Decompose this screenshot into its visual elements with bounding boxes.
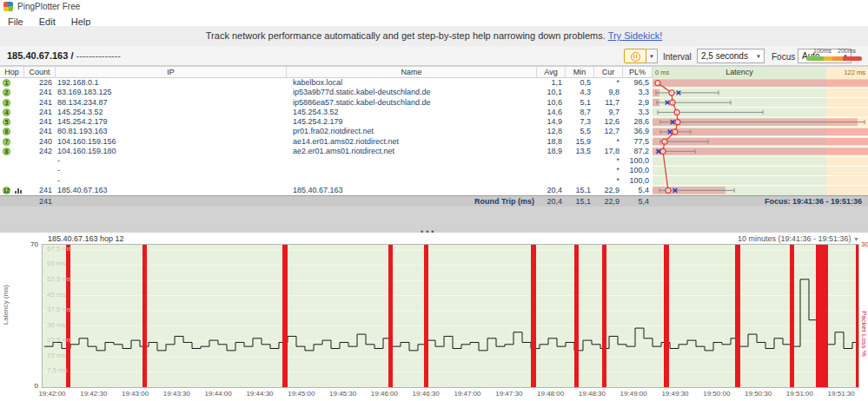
header-hop[interactable]: Hop <box>0 67 24 78</box>
app-icon <box>3 2 13 11</box>
header-latency[interactable]: 0 ms Latency 122 ms <box>653 67 868 78</box>
header-count[interactable]: Count <box>24 67 56 78</box>
cell-name: ae2.er01.ams01.riotdirect.net <box>293 147 534 156</box>
x-axis-tick-label: 19:42:00 <box>33 390 71 398</box>
x-axis-tick-label: 19:43:00 <box>116 390 155 398</box>
latency-graph-column[interactable] <box>653 78 868 195</box>
hop-badge: 4 <box>3 108 10 116</box>
cell-ip: - <box>57 156 283 166</box>
cell-min: 4,3 <box>566 88 591 97</box>
cell-name <box>293 166 534 175</box>
cell-count <box>24 176 52 186</box>
gridline-label: 22,5 ms <box>47 336 71 344</box>
cell-cur: 9,7 <box>594 108 620 117</box>
cell-min: 15,9 <box>566 137 591 147</box>
table-row[interactable]: -*100,0 <box>0 176 653 186</box>
cell-count <box>24 156 52 166</box>
cell-avg: 14,9 <box>537 117 562 127</box>
x-axis-tick-label: 19:48:00 <box>532 390 570 398</box>
cell-ip: 104.160.159.180 <box>57 147 283 156</box>
cell-ip: 145.254.3.52 <box>57 108 283 117</box>
x-axis-tick-label: 19:47:00 <box>448 390 487 398</box>
table-row[interactable]: 12241185.40.67.163185.40.67.16320,415,12… <box>0 186 653 195</box>
header-name[interactable]: Name <box>287 67 537 78</box>
cell-count: 241 <box>24 127 52 136</box>
hop-badge: 2 <box>3 89 10 96</box>
x-axis-labels: 19:42:0019:42:3019:43:0019:43:3019:44:00… <box>0 233 868 401</box>
x-axis-tick-label: 19:42:30 <box>75 390 113 398</box>
table-row[interactable]: 7240104.160.159.156ae14.er01.ams02.riotd… <box>0 137 653 147</box>
pause-icon <box>631 52 640 62</box>
cell-min <box>566 156 591 166</box>
table-row[interactable]: 8242104.160.159.180ae2.er01.ams01.riotdi… <box>0 147 653 156</box>
cell-name: 145.254.3.52 <box>293 108 534 117</box>
x-axis-tick-label: 19:45:00 <box>282 390 321 398</box>
interval-label: Interval <box>663 52 692 62</box>
cell-name: pr01.fra02.riotdirect.net <box>293 127 534 136</box>
cell-avg: 18,8 <box>537 137 562 147</box>
cell-name: ip53a9b77d.static.kabel-deutschland.de <box>293 88 534 97</box>
cell-name: ae14.er01.ams02.riotdirect.net <box>293 137 534 147</box>
gridline-label: 37,5 ms <box>47 306 71 313</box>
interval-select[interactable]: 2,5 seconds ▼ <box>697 49 765 63</box>
header-min[interactable]: Min <box>566 67 594 78</box>
legend-200ms: 200ms <box>838 48 856 54</box>
cell-name <box>293 156 534 166</box>
cell-count: 241 <box>24 88 52 97</box>
cell-avg: 1,1 <box>537 78 562 88</box>
cell-ip: 88.134.234.87 <box>57 98 283 108</box>
cell-count: 241 <box>24 108 52 117</box>
table-row[interactable]: -*100,0 <box>0 156 653 166</box>
table-row[interactable]: 224183.169.183.125ip53a9b77d.static.kabe… <box>0 88 653 97</box>
table-row[interactable]: 624180.81.193.163pr01.fra02.riotdirect.n… <box>0 127 653 136</box>
hop-badge: 1 <box>3 79 10 87</box>
header-ip[interactable]: IP <box>56 67 287 78</box>
cell-count: 241 <box>24 98 52 108</box>
table-row[interactable]: 1226192.168.0.1kabelbox.local1,10,5*96,5 <box>0 78 653 88</box>
cell-name: ip5886ea57.static.kabel-deutschland.de <box>293 98 534 108</box>
x-axis-tick-label: 19:48:30 <box>573 390 611 398</box>
pane-splitter[interactable]: ••• <box>0 207 868 233</box>
pause-button[interactable] <box>624 49 646 63</box>
cell-pl: 2,9 <box>623 98 649 108</box>
cell-pl: 100,0 <box>623 166 649 175</box>
cell-cur: 11,7 <box>594 98 620 108</box>
cell-pl: 36,9 <box>623 127 649 136</box>
cell-name: kabelbox.local <box>293 78 534 88</box>
cell-avg: 14,6 <box>537 108 562 117</box>
header-pl[interactable]: PL% <box>623 67 653 78</box>
try-sidekick-link[interactable]: Try Sidekick! <box>608 30 663 41</box>
focus-label: Focus <box>772 52 795 62</box>
cell-min <box>566 176 591 186</box>
pause-dropdown-button[interactable]: ▼ <box>646 49 658 63</box>
target-address: 185.40.67.163 / -------------- <box>7 50 121 61</box>
cell-pl: 28,6 <box>623 117 649 127</box>
table-row[interactable]: 4241145.254.3.52145.254.3.5214,68,79,73,… <box>0 108 653 117</box>
cell-cur: * <box>594 166 620 175</box>
banner-text: Track network performance automatically … <box>206 30 606 41</box>
focused-graph-icon <box>15 188 23 194</box>
header-avg[interactable]: Avg <box>537 67 566 78</box>
cell-ip: - <box>57 166 283 175</box>
cell-min: 8,7 <box>566 108 591 117</box>
target-name-placeholder: -------------- <box>73 50 120 61</box>
header-cur[interactable]: Cur <box>594 67 623 78</box>
promo-banner: Track network performance automatically … <box>0 26 868 46</box>
table-row[interactable]: 5241145.254.2.179145.254.2.17914,97,312,… <box>0 117 653 127</box>
cell-name: 185.40.67.163 <box>293 186 534 195</box>
cell-count: 226 <box>24 78 52 88</box>
cell-avg <box>537 166 562 175</box>
latency-title: Latency <box>653 67 826 78</box>
hop-badge: 5 <box>3 118 10 126</box>
cell-avg: 10,1 <box>537 88 562 97</box>
hop-badge: 12 <box>3 187 10 194</box>
cell-min: 15,1 <box>566 186 591 195</box>
cell-avg: 20,4 <box>537 186 562 195</box>
trace-table: Hop Count IP Name Avg Min Cur PL% 0 ms L… <box>0 66 868 207</box>
cell-count <box>24 166 52 175</box>
cell-pl: 5,4 <box>623 186 649 195</box>
cell-cur: * <box>594 156 620 166</box>
table-row[interactable]: -*100,0 <box>0 166 653 175</box>
legend-100ms: 100ms <box>813 48 832 54</box>
table-row[interactable]: 324188.134.234.87ip5886ea57.static.kabel… <box>0 98 653 108</box>
